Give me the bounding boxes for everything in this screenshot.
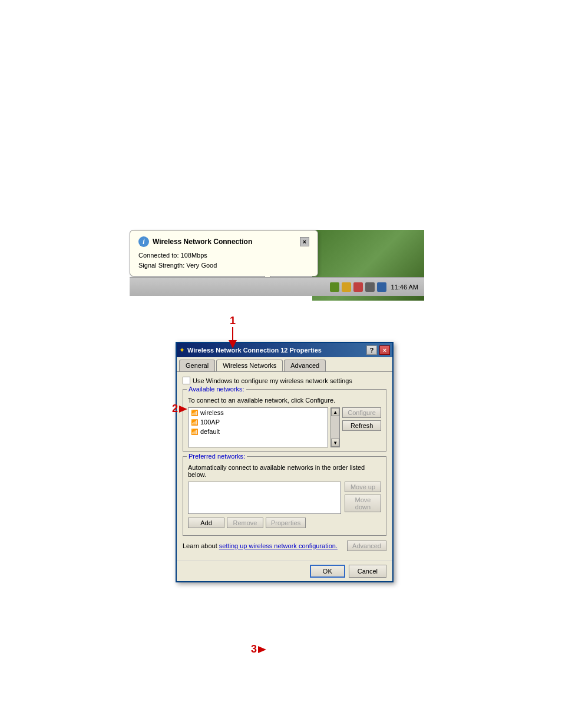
preferred-networks-desc: Automatically connect to available netwo… [188,464,381,478]
preferred-networks-content: Automatically connect to available netwo… [188,464,381,528]
learn-text-container: Learn about setting up wireless network … [183,542,338,549]
configure-checkbox-row: Use Windows to configure my wireless net… [183,377,386,384]
preferred-action-buttons: Add Remove Properties [188,518,381,528]
move-down-button[interactable]: Move down [345,495,381,512]
network-list-container: 📶 wireless 📶 100AP 📶 default [188,407,381,447]
dialog-help-button[interactable]: ? [366,345,377,355]
scrollbar-track [331,416,339,439]
preferred-networks-section: Preferred networks: Automatically connec… [183,456,386,536]
network-icon-100ap: 📶 [191,419,198,426]
remove-button[interactable]: Remove [227,518,263,528]
tab-advanced[interactable]: Advanced [284,360,326,371]
network-list-buttons: Configure Refresh [342,407,381,447]
network-item-wireless[interactable]: 📶 wireless [189,408,328,417]
tooltip-line2: Signal Strength: Very Good [138,261,309,271]
annotation-2-arrow [179,406,187,413]
scrollbar-up-btn[interactable]: ▲ [331,408,339,416]
configure-checkbox[interactable] [183,377,190,384]
info-icon: i [138,236,149,247]
learn-text: Learn about [183,542,217,549]
tooltip-bubble: i Wireless Network Connection × Connecte… [130,230,318,276]
step1-label: 1 [230,315,236,327]
dialog-window: ✦ Wireless Network Connection 12 Propert… [176,342,394,582]
refresh-button[interactable]: Refresh [342,420,381,431]
tab-wireless-networks[interactable]: Wireless Networks [216,360,283,371]
available-networks-desc: To connect to an available network, clic… [188,397,381,404]
dialog-close-button[interactable]: × [379,345,390,355]
network-name-100ap: 100AP [200,419,220,426]
available-networks-content: To connect to an available network, clic… [188,397,381,447]
network-item-100ap[interactable]: 📶 100AP [189,417,328,427]
configure-button[interactable]: Configure [342,407,381,418]
preferred-list-row: Move up Move down [188,482,381,518]
dialog-title-icon: ✦ [179,346,185,354]
tray-icon-signal [342,282,351,292]
network-name-wireless: wireless [200,409,224,416]
tab-general[interactable]: General [179,360,215,371]
tooltip-body: Connected to: 108Mbps Signal Strength: V… [138,251,309,270]
available-networks-section: Available networks: To connect to an ava… [183,389,386,452]
tray-icon-wireless [330,282,339,292]
network-icon-default: 📶 [191,429,198,435]
tooltip-close-button[interactable]: × [300,237,309,246]
tooltip-title-row: i Wireless Network Connection × [138,236,309,247]
annotation-1-line [232,327,233,340]
dialog-titlebar: ✦ Wireless Network Connection 12 Propert… [177,343,392,357]
dialog-title-text: Wireless Network Connection 12 Propertie… [187,347,364,354]
tray-icon-misc [365,282,375,292]
step2-label: 2 [172,403,178,415]
taskbar-icons [330,282,386,292]
tooltip-line1: Connected to: 108Mbps [138,251,309,261]
dialog-tabs: General Wireless Networks Advanced [177,357,392,371]
advanced-button[interactable]: Advanced [347,541,386,551]
dialog-body: Use Windows to configure my wireless net… [177,371,392,561]
dialog-footer: OK Cancel [177,561,392,581]
network-list[interactable]: 📶 wireless 📶 100AP 📶 default [188,407,328,447]
tooltip-title-left: i Wireless Network Connection [138,236,252,247]
add-button[interactable]: Add [188,518,224,528]
network-name-default: default [200,428,220,435]
configure-checkbox-label: Use Windows to configure my wireless net… [193,377,352,384]
scrollbar-down-btn[interactable]: ▼ [331,439,339,447]
taskbar-time: 11:46 AM [391,284,418,291]
step3-label: 3 [251,643,257,655]
taskbar-strip: 11:46 AM [130,277,424,296]
tray-icon-net [377,282,386,292]
move-up-button[interactable]: Move up [345,482,381,492]
annotation-1-arrow [229,340,237,348]
annotation-1: 1 [229,315,237,348]
learn-row: Learn about setting up wireless network … [183,541,386,551]
cancel-button[interactable]: Cancel [349,565,386,578]
preferred-networks-list[interactable] [188,482,341,514]
tooltip-title: Wireless Network Connection [153,238,252,246]
tooltip-section: i Wireless Network Connection × Connecte… [130,230,436,276]
annotation-2: 2 [172,403,187,415]
ok-button[interactable]: OK [310,565,345,578]
properties-button[interactable]: Properties [266,518,306,528]
tray-icon-x [353,282,363,292]
learn-link[interactable]: setting up wireless network configuratio… [219,542,338,549]
preferred-move-buttons: Move up Move down [345,482,381,518]
preferred-networks-label: Preferred networks: [187,453,247,460]
annotation-3-arrow [258,646,266,653]
available-networks-label: Available networks: [187,386,246,393]
network-list-scrollbar[interactable]: ▲ ▼ [330,407,340,447]
network-icon-wireless: 📶 [191,410,198,416]
annotation-3: 3 [251,643,266,655]
network-item-default[interactable]: 📶 default [189,427,328,436]
